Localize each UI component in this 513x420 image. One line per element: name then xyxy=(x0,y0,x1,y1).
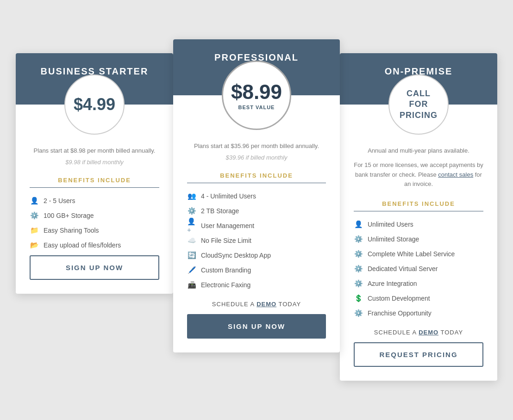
benefit-users-text: 2 - 5 Users xyxy=(44,197,75,204)
pro-benefit-usermgmt: 👤+ User Management xyxy=(187,221,326,230)
pro-storage-icon: ⚙️ xyxy=(187,206,196,216)
op-benefit-server-text: Dedicated Virtual Server xyxy=(368,265,438,272)
op-benefit-whitelabel-text: Complete White Label Service xyxy=(368,250,455,258)
op-gear-icon: ⚙️ xyxy=(354,249,363,259)
professional-price-badge: BEST VALUE xyxy=(238,105,275,110)
op-franchise-icon: ⚙️ xyxy=(354,309,363,318)
starter-price-circle: $4.99 xyxy=(64,74,125,135)
storage-icon: ⚙️ xyxy=(30,211,39,220)
op-user-icon: 👤 xyxy=(354,220,363,229)
pro-benefit-filesize: ☁️ No File Size Limit xyxy=(187,236,326,245)
starter-billing-monthly: $9.98 if billed monthly xyxy=(30,159,159,166)
op-dev-icon: 💲 xyxy=(354,294,363,303)
professional-benefits-title: BENEFITS INCLUDE xyxy=(187,172,326,179)
op-cta-pre: SCHEDULE A xyxy=(374,329,417,336)
starter-billing-annual: Plans start at $8.98 per month billed an… xyxy=(30,146,159,156)
professional-cta-text: SCHEDULE A DEMO TODAY xyxy=(187,301,326,308)
pricing-section: BUSINESS STARTER $4.99 Plans start at $8… xyxy=(6,21,507,399)
professional-divider xyxy=(187,183,326,183)
professional-signup-button[interactable]: SIGN UP NOW xyxy=(187,314,326,339)
professional-billing-annual: Plans start at $35.96 per month billed a… xyxy=(187,142,326,151)
share-icon: 📁 xyxy=(30,226,39,235)
sync-icon: 🔄 xyxy=(187,251,196,260)
professional-header: PROFESSIONAL $8.99 BEST VALUE xyxy=(173,39,340,95)
op-benefit-dev: 💲 Custom Development xyxy=(354,294,483,303)
professional-body: Plans start at $35.96 per month billed a… xyxy=(173,95,340,352)
pro-benefit-users-text: 4 - Unlimited Users xyxy=(201,192,256,200)
onpremise-pricing-button[interactable]: REQUEST PRICING xyxy=(354,342,483,367)
op-benefit-users-text: Unlimited Users xyxy=(368,221,413,228)
pro-benefit-storage: ⚙️ 2 TB Storage xyxy=(187,206,326,216)
onpremise-header: ON-PREMISE CALLFORPRICING xyxy=(340,53,497,105)
professional-card: PROFESSIONAL $8.99 BEST VALUE Plans star… xyxy=(173,39,340,352)
pro-benefit-usermgmt-text: User Management xyxy=(201,222,254,229)
pro-benefit-cloudsync: 🔄 CloudSync Desktop App xyxy=(187,251,326,260)
pro-benefit-branding-text: Custom Branding xyxy=(201,266,251,274)
onpremise-benefits-title: BENEFITS INCLUDE xyxy=(354,200,483,207)
pro-demo-link[interactable]: DEMO xyxy=(256,301,276,308)
users-icon: 👥 xyxy=(187,191,196,201)
op-benefit-server: ⚙️ Dedicated Virtual Server xyxy=(354,264,483,273)
professional-price-circle: $8.99 BEST VALUE xyxy=(222,61,291,130)
starter-card: BUSINESS STARTER $4.99 Plans start at $8… xyxy=(16,53,173,294)
user-icon: 👤 xyxy=(30,196,39,205)
pro-benefit-branding: 🖊️ Custom Branding xyxy=(187,266,326,275)
op-benefit-storage-text: Unlimited Storage xyxy=(368,235,419,243)
benefit-upload: 📂 Easy upload of files/folders xyxy=(30,241,159,250)
starter-price: $4.99 xyxy=(74,95,115,114)
file-icon: ☁️ xyxy=(187,236,196,245)
op-benefit-users: 👤 Unlimited Users xyxy=(354,220,483,229)
pro-benefit-fax-text: Electronic Faxing xyxy=(201,281,250,289)
op-benefit-franchise-text: Franchise Opportunity xyxy=(368,309,432,317)
benefit-upload-text: Easy upload of files/folders xyxy=(44,241,121,249)
benefit-sharing-text: Easy Sharing Tools xyxy=(44,227,99,234)
professional-price: $8.99 xyxy=(231,80,282,104)
starter-benefits-title: BENEFITS INCLUDE xyxy=(30,177,159,184)
onpremise-cta-text: SCHEDULE A DEMO TODAY xyxy=(354,329,483,336)
op-storage-icon: ⚙️ xyxy=(354,235,363,244)
op-benefit-whitelabel: ⚙️ Complete White Label Service xyxy=(354,249,483,259)
professional-billing-monthly: $39.96 if billed monthly xyxy=(187,154,326,161)
pro-benefit-users: 👥 4 - Unlimited Users xyxy=(187,191,326,201)
pro-cta-pre: SCHEDULE A xyxy=(212,301,255,308)
onpremise-card: ON-PREMISE CALLFORPRICING Annual and mul… xyxy=(340,53,497,381)
user-plus-icon: 👤+ xyxy=(187,221,196,230)
brand-icon: 🖊️ xyxy=(187,266,196,275)
pro-benefit-storage-text: 2 TB Storage xyxy=(201,207,239,215)
op-demo-link[interactable]: DEMO xyxy=(419,329,438,336)
starter-signup-button[interactable]: SIGN UP NOW xyxy=(30,255,159,280)
op-benefit-azure-text: Azure Integration xyxy=(368,280,417,287)
onpremise-divider xyxy=(354,211,483,211)
op-cta-post: TODAY xyxy=(441,329,463,336)
upload-icon: 📂 xyxy=(30,241,39,250)
onpremise-billing-extra: For 15 or more licenses, we accept payme… xyxy=(354,161,483,189)
onpremise-call-pricing: CALLFORPRICING xyxy=(400,88,438,121)
op-benefit-storage: ⚙️ Unlimited Storage xyxy=(354,235,483,244)
benefit-storage: ⚙️ 100 GB+ Storage xyxy=(30,211,159,220)
benefit-storage-text: 100 GB+ Storage xyxy=(44,212,94,219)
pro-cta-post: TODAY xyxy=(279,301,301,308)
op-server-icon: ⚙️ xyxy=(354,264,363,273)
starter-header: BUSINESS STARTER $4.99 xyxy=(16,53,173,105)
op-benefit-azure: ⚙️ Azure Integration xyxy=(354,279,483,288)
op-benefit-franchise: ⚙️ Franchise Opportunity xyxy=(354,309,483,318)
fax-icon: 📠 xyxy=(187,280,196,290)
pro-benefit-fax: 📠 Electronic Faxing xyxy=(187,280,326,290)
benefit-users: 👤 2 - 5 Users xyxy=(30,196,159,205)
pro-benefit-filesize-text: No File Size Limit xyxy=(201,237,251,244)
onpremise-billing-annual: Annual and multi-year plans available. xyxy=(354,146,483,156)
onpremise-body: Annual and multi-year plans available. F… xyxy=(340,105,497,381)
contact-sales-link[interactable]: contact sales xyxy=(438,171,473,178)
op-benefit-dev-text: Custom Development xyxy=(368,295,430,302)
starter-divider xyxy=(30,187,159,188)
op-azure-icon: ⚙️ xyxy=(354,279,363,288)
benefit-sharing: 📁 Easy Sharing Tools xyxy=(30,226,159,235)
pro-benefit-cloudsync-text: CloudSync Desktop App xyxy=(201,252,271,259)
onpremise-price-circle: CALLFORPRICING xyxy=(388,74,449,135)
